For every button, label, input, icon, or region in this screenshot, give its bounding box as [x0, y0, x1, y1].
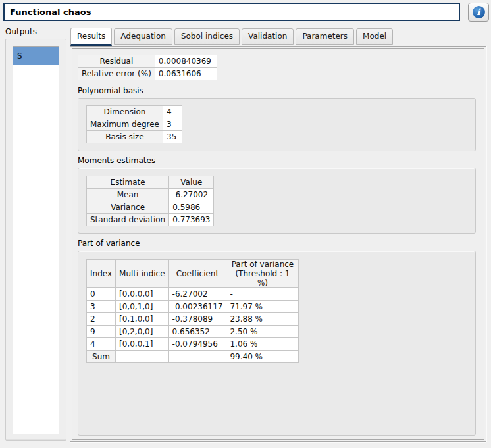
part-of-variance-groupbox: Index Multi-indice Coefficient Part of v…: [78, 251, 476, 436]
index-cell: 2: [87, 313, 116, 326]
dimension-value: 4: [163, 106, 182, 118]
table-row: Mean -6.27002: [87, 189, 214, 201]
table-row: 0 [0,0,0,0] -6.27002 -: [87, 288, 299, 301]
empty-cell: [116, 351, 169, 363]
tab-sobol-indices[interactable]: Sobol indices: [174, 28, 240, 45]
tab-results[interactable]: Results: [70, 28, 112, 46]
table-row: Dimension 4: [87, 106, 182, 118]
standard-deviation-value: 0.773693: [169, 214, 214, 226]
tab-validation[interactable]: Validation: [242, 28, 294, 45]
relative-error-label: Relative error (%): [78, 68, 155, 80]
part-cell: 1.06 %: [226, 338, 299, 351]
part-of-variance-table: Index Multi-indice Coefficient Part of v…: [86, 259, 299, 363]
coefficient-header: Coefficient: [168, 260, 226, 288]
variance-value: 0.5986: [169, 201, 214, 214]
mean-value: -6.27002: [169, 189, 214, 201]
empty-cell: [168, 351, 226, 363]
table-row: Maximum degree 3: [87, 118, 182, 131]
multi-indice-cell: [0,2,0,0]: [116, 326, 169, 338]
residual-value: 0.000840369: [155, 55, 217, 68]
moments-estimates-label: Moments estimates: [78, 156, 155, 166]
tab-model[interactable]: Model: [356, 28, 393, 45]
relative-error-value: 0.0631606: [155, 68, 217, 80]
results-scroll-area: Residual 0.000840369 Relative error (%) …: [72, 48, 484, 440]
tab-bar: Results Adequation Sobol indices Validat…: [70, 28, 395, 46]
table-row: 9 [0,2,0,0] 0.656352 2.50 %: [87, 326, 299, 338]
basis-size-value: 35: [163, 131, 182, 143]
coefficient-cell: 0.656352: [168, 326, 226, 338]
index-header: Index: [87, 260, 116, 288]
moments-estimates-groupbox: Estimate Value Mean -6.27002 Variance 0.…: [78, 168, 476, 234]
table-row: 2 [0,1,0,0] -0.378089 23.88 %: [87, 313, 299, 326]
index-cell: 3: [87, 301, 116, 313]
standard-deviation-label: Standard deviation: [87, 214, 169, 226]
table-sum-row: Sum 99.40 %: [87, 351, 299, 363]
table-row: 4 [0,0,0,1] -0.0794956 1.06 %: [87, 338, 299, 351]
index-cell: 9: [87, 326, 116, 338]
index-cell: 4: [87, 338, 116, 351]
maximum-degree-label: Maximum degree: [87, 118, 163, 131]
basis-size-label: Basis size: [87, 131, 163, 143]
coefficient-cell: -0.00236117: [168, 301, 226, 313]
polynomial-basis-groupbox: Dimension 4 Maximum degree 3 Basis size …: [78, 98, 476, 151]
variance-label: Variance: [87, 201, 169, 214]
output-item-s[interactable]: S: [13, 47, 59, 65]
part-cell: -: [226, 288, 299, 301]
results-tab-pane: Residual 0.000840369 Relative error (%) …: [70, 46, 486, 442]
part-cell: 23.88 %: [226, 313, 299, 326]
table-header-row: Index Multi-indice Coefficient Part of v…: [87, 260, 299, 288]
residual-label: Residual: [78, 55, 155, 68]
sum-part-cell: 99.40 %: [226, 351, 299, 363]
table-row: Basis size 35: [87, 131, 182, 143]
moments-estimates-table: Estimate Value Mean -6.27002 Variance 0.…: [86, 176, 214, 226]
mean-label: Mean: [87, 189, 169, 201]
estimate-header: Estimate: [87, 176, 169, 189]
maximum-degree-value: 3: [163, 118, 182, 131]
part-cell: 71.97 %: [226, 301, 299, 313]
table-row: Relative error (%) 0.0631606: [78, 68, 217, 80]
outputs-label: Outputs: [5, 27, 37, 36]
sum-label: Sum: [87, 351, 116, 363]
value-header: Value: [169, 176, 214, 189]
outputs-panel: S: [5, 39, 66, 441]
tab-parameters[interactable]: Parameters: [296, 28, 354, 45]
multi-indice-cell: [0,0,0,0]: [116, 288, 169, 301]
multi-indice-cell: [0,1,0,0]: [116, 313, 169, 326]
info-icon: i: [473, 6, 485, 18]
analysis-name-field[interactable]: [3, 3, 460, 21]
polynomial-basis-label: Polynomial basis: [78, 86, 143, 96]
table-row: Residual 0.000840369: [78, 55, 217, 68]
tab-adequation[interactable]: Adequation: [114, 28, 172, 45]
coefficient-cell: -0.0794956: [168, 338, 226, 351]
coefficient-cell: -0.378089: [168, 313, 226, 326]
info-button[interactable]: i: [468, 3, 489, 22]
outputs-list[interactable]: S: [13, 46, 59, 434]
multi-indice-header: Multi-indice: [116, 260, 169, 288]
polynomial-basis-table: Dimension 4 Maximum degree 3 Basis size …: [86, 105, 182, 143]
multi-indice-cell: [0,0,1,0]: [116, 301, 169, 313]
table-header-row: Estimate Value: [87, 176, 214, 189]
index-cell: 0: [87, 288, 116, 301]
multi-indice-cell: [0,0,0,1]: [116, 338, 169, 351]
part-cell: 2.50 %: [226, 326, 299, 338]
part-of-variance-label: Part of variance: [78, 239, 140, 249]
part-of-variance-header: Part of variance (Threshold : 1 %): [226, 260, 299, 288]
table-row: Variance 0.5986: [87, 201, 214, 214]
table-row: Standard deviation 0.773693: [87, 214, 214, 226]
error-summary-table: Residual 0.000840369 Relative error (%) …: [78, 55, 217, 80]
table-row: 3 [0,0,1,0] -0.00236117 71.97 %: [87, 301, 299, 313]
dimension-label: Dimension: [87, 106, 163, 118]
coefficient-cell: -6.27002: [168, 288, 226, 301]
